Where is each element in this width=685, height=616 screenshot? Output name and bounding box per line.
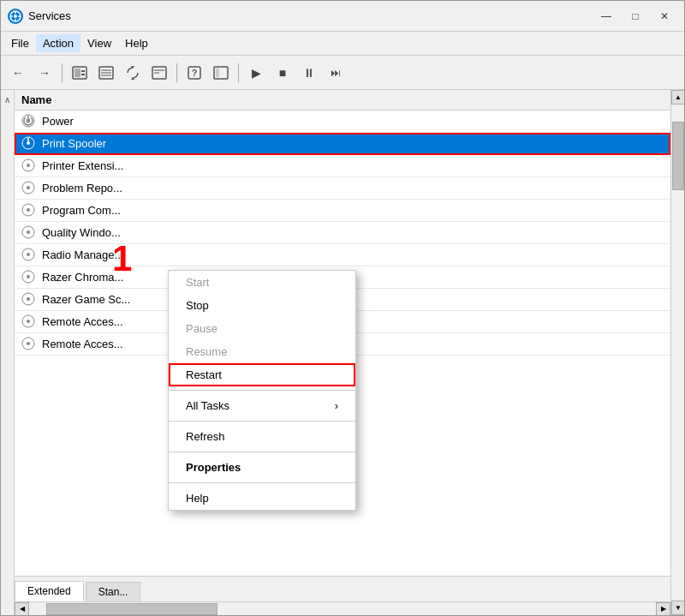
svg-point-34: [27, 230, 30, 234]
menu-view[interactable]: View: [80, 34, 118, 52]
service-icon: [21, 158, 37, 174]
toolbar-sep-2: [176, 63, 177, 82]
print-spooler-row[interactable]: Print Spooler: [15, 133, 670, 155]
scroll-down-button[interactable]: ▼: [671, 601, 684, 615]
table-row[interactable]: Quality Windo...: [15, 222, 670, 244]
v-scrollbar-track[interactable]: [671, 105, 684, 601]
menu-help[interactable]: Help: [118, 34, 155, 52]
minimize-button[interactable]: —: [593, 6, 619, 27]
start-service-button[interactable]: ▶: [244, 61, 268, 85]
service-icon: [21, 314, 37, 330]
show-hide-console-button[interactable]: [68, 61, 92, 85]
svg-rect-7: [74, 69, 80, 77]
title-bar: Services — □ ✕: [1, 1, 684, 32]
service-name: Quality Windo...: [42, 226, 192, 239]
table-header: Name: [15, 90, 670, 111]
ctx-help[interactable]: Help: [169, 487, 355, 510]
svg-point-44: [27, 342, 30, 345]
collapse-bar[interactable]: ∧: [1, 90, 15, 615]
svg-point-40: [27, 297, 30, 301]
services-window: Services — □ ✕ File Action View Help ← →: [0, 0, 685, 616]
menu-bar: File Action View Help: [1, 32, 684, 56]
service-name: Radio Manage...: [42, 248, 192, 261]
window-controls: — □ ✕: [593, 6, 677, 27]
scroll-right-button[interactable]: ▶: [656, 602, 670, 616]
stop-service-button[interactable]: ■: [271, 61, 295, 85]
resume-service-button[interactable]: ⏭: [324, 61, 348, 85]
pause-service-button[interactable]: ⏸: [297, 61, 321, 85]
close-button[interactable]: ✕: [652, 6, 677, 27]
v-scrollbar-thumb[interactable]: [672, 122, 684, 190]
ctx-properties[interactable]: Properties: [169, 456, 355, 479]
table-row[interactable]: Printer Extensi...: [15, 155, 670, 177]
table-row[interactable]: Problem Repo...: [15, 177, 670, 200]
menu-action[interactable]: Action: [36, 34, 80, 52]
ctx-submenu-arrow: ›: [335, 399, 338, 412]
service-icon: [21, 248, 37, 263]
service-name: Power: [42, 115, 192, 128]
ctx-pause[interactable]: Pause: [169, 317, 355, 340]
svg-rect-8: [81, 70, 85, 72]
horizontal-scrollbar[interactable]: ◀ ▶: [15, 601, 670, 615]
h-scrollbar-thumb[interactable]: [46, 603, 217, 615]
table-row[interactable]: Program Com...: [15, 200, 670, 222]
svg-text:?: ?: [192, 68, 198, 78]
scroll-up-button[interactable]: ▲: [671, 90, 684, 105]
ctx-sep-1: [169, 390, 355, 391]
list-view-button[interactable]: [94, 61, 118, 85]
extended-tab[interactable]: Extended: [15, 581, 84, 601]
svg-point-26: [27, 141, 30, 145]
toolbar-sep-3: [238, 63, 239, 82]
ctx-restart[interactable]: Restart: [169, 363, 355, 386]
window-icon: [8, 9, 23, 24]
svg-point-38: [27, 275, 30, 278]
service-name: Problem Repo...: [42, 182, 192, 194]
service-icon: [21, 292, 37, 308]
ctx-sep-4: [169, 482, 355, 483]
standard-tab[interactable]: Stan...: [86, 582, 141, 601]
h-scrollbar-track[interactable]: [29, 602, 656, 616]
svg-rect-22: [216, 69, 219, 77]
back-button[interactable]: ←: [6, 61, 30, 85]
svg-rect-9: [81, 74, 85, 75]
vertical-scrollbar[interactable]: ▲ ▼: [670, 90, 684, 615]
ctx-all-tasks[interactable]: All Tasks ›: [169, 394, 355, 417]
view-button[interactable]: [209, 61, 233, 85]
ctx-all-tasks-label: All Tasks: [186, 399, 229, 412]
export-button[interactable]: [147, 61, 171, 85]
service-icon: [21, 136, 37, 152]
toolbar: ← → ? ▶ ■ ⏸ ⏭: [1, 56, 684, 90]
service-icon: [21, 270, 37, 285]
ctx-sep-2: [169, 421, 355, 422]
window-title: Services: [28, 9, 593, 22]
service-icon: [21, 337, 37, 352]
ctx-start[interactable]: Start: [169, 271, 355, 294]
refresh-button[interactable]: [121, 61, 145, 85]
maximize-button[interactable]: □: [622, 6, 648, 27]
forward-button[interactable]: →: [33, 61, 57, 85]
bottom-tabs: Extended Stan...: [15, 576, 670, 601]
svg-point-28: [27, 164, 30, 167]
content-area: ∧ Name Power: [1, 90, 684, 615]
service-name: Printer Extensi...: [42, 159, 192, 172]
service-icon: [21, 181, 37, 196]
svg-point-1: [14, 15, 17, 18]
svg-point-36: [27, 253, 30, 256]
print-spooler-name: Print Spooler: [42, 137, 192, 150]
col-desc-header: [210, 93, 664, 106]
help-button[interactable]: ?: [182, 61, 206, 85]
ctx-sep-3: [169, 452, 355, 452]
service-name: Program Com...: [42, 204, 192, 217]
service-icon: [21, 114, 37, 129]
ctx-refresh[interactable]: Refresh: [169, 425, 355, 448]
svg-point-32: [27, 208, 30, 212]
ctx-stop[interactable]: Stop: [169, 294, 355, 317]
table-row[interactable]: Power: [15, 111, 670, 133]
table-row[interactable]: Radio Manage...: [15, 244, 670, 266]
context-menu: Start Stop Pause Resume Restart All Task…: [168, 270, 356, 511]
scroll-left-button[interactable]: ◀: [15, 602, 29, 616]
ctx-resume[interactable]: Resume: [169, 340, 355, 363]
menu-file[interactable]: File: [4, 34, 36, 52]
svg-point-30: [27, 186, 30, 189]
toolbar-sep-1: [62, 63, 63, 82]
